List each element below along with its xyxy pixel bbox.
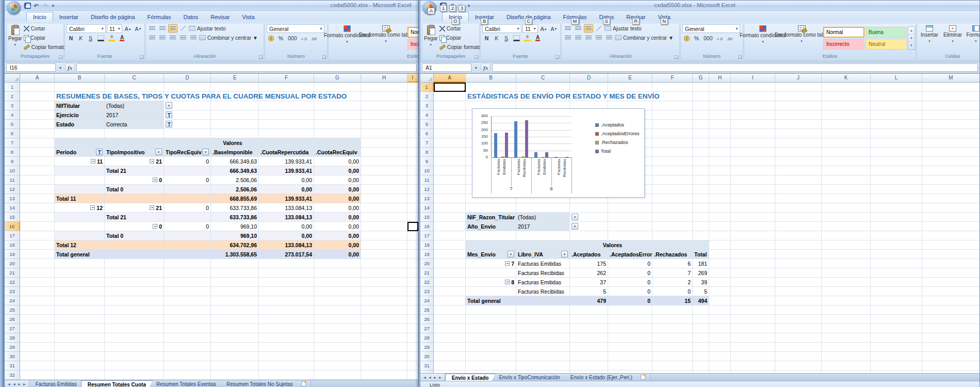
row-header-15[interactable]: 15 — [5, 213, 20, 222]
row-header-3[interactable]: 3 — [420, 101, 434, 110]
cell-I21[interactable] — [407, 268, 418, 278]
cell-B5[interactable]: Estado — [55, 120, 105, 129]
cell-D19[interactable]: .Aceptados — [570, 250, 608, 259]
cell-F19[interactable]: .Rechazados — [652, 250, 693, 259]
row-header-32[interactable]: 32 — [420, 370, 434, 373]
accounting-format-button[interactable]: $ — [682, 34, 691, 42]
cell-D16[interactable] — [570, 222, 608, 231]
cell-C5[interactable]: Correcta — [105, 120, 164, 129]
cell-M1[interactable] — [922, 83, 979, 92]
cell-I3[interactable] — [407, 101, 418, 110]
cell-J3[interactable] — [775, 101, 822, 110]
sheet-nav-first-icon[interactable]: ◄ — [422, 376, 427, 379]
cell-F11[interactable] — [652, 175, 693, 185]
undo-button[interactable]: ↶ — [32, 2, 40, 10]
cell-H26[interactable] — [361, 315, 407, 324]
insert-sheet-button[interactable] — [297, 380, 311, 387]
row-header-25[interactable]: 25 — [5, 305, 20, 315]
cell-A28[interactable] — [20, 333, 55, 343]
orientation-button[interactable] — [594, 24, 603, 33]
cell-E6[interactable] — [211, 129, 259, 138]
cell-H26[interactable] — [709, 315, 731, 324]
cell-C15[interactable]: Total 21 — [105, 213, 164, 222]
cell-H15[interactable] — [361, 213, 407, 222]
cell-F27[interactable] — [259, 324, 314, 333]
grow-font-button[interactable]: A▲ — [123, 25, 133, 33]
cell-G9[interactable]: 0,00 — [314, 157, 361, 166]
cell-E31[interactable] — [211, 361, 259, 370]
cell-M6[interactable] — [922, 129, 979, 138]
cell-C30[interactable] — [105, 352, 164, 361]
decrease-decimal-button[interactable] — [725, 34, 734, 42]
cell-H29[interactable] — [361, 343, 407, 352]
cell-E27[interactable] — [211, 324, 259, 333]
cell-G2[interactable] — [693, 92, 709, 101]
cell-F5[interactable] — [259, 120, 314, 129]
cell-G14[interactable]: 0,00 — [314, 203, 361, 213]
cell-C26[interactable] — [105, 315, 164, 324]
cell-I32[interactable] — [407, 370, 418, 380]
sheet-tab[interactable]: Envío x Estado (Ejer.,Peri.) — [564, 374, 639, 381]
cell-I24[interactable] — [407, 296, 418, 305]
cell-I20[interactable] — [731, 259, 775, 268]
cell-L3[interactable] — [871, 101, 922, 110]
cell-E28[interactable] — [608, 333, 652, 343]
cell-G20[interactable]: 181 — [693, 259, 709, 268]
bold-button[interactable]: N — [482, 34, 491, 42]
cell-J29[interactable] — [775, 343, 822, 352]
cell-F16[interactable] — [652, 222, 693, 231]
column-header-D[interactable]: D — [164, 74, 211, 83]
cell-L1[interactable] — [871, 83, 922, 92]
row-header-29[interactable]: 29 — [5, 343, 20, 352]
cell-E17[interactable] — [608, 231, 652, 240]
cell-H18[interactable] — [709, 240, 731, 250]
cell-J6[interactable] — [775, 129, 822, 138]
cell-C18[interactable] — [105, 240, 164, 250]
align-middle-button[interactable] — [158, 24, 167, 33]
ribbon-tab-dise-o-de-p-gina[interactable]: Diseño de página — [85, 12, 141, 22]
cell-D31[interactable] — [570, 361, 608, 370]
cell-L14[interactable] — [871, 203, 922, 213]
row-header-26[interactable]: 26 — [5, 315, 20, 324]
column-header-C[interactable]: C — [105, 74, 164, 83]
cell-J24[interactable] — [775, 296, 822, 305]
cell-I28[interactable] — [407, 333, 418, 343]
cell-I19[interactable] — [731, 250, 775, 259]
cell-A29[interactable] — [434, 343, 466, 352]
cell-J12[interactable] — [775, 185, 822, 194]
column-header-D[interactable]: D — [570, 74, 608, 83]
cell-A17[interactable] — [20, 231, 55, 240]
cell-F28[interactable] — [259, 333, 314, 343]
cell-L9[interactable] — [871, 157, 922, 166]
row-header-11[interactable]: 11 — [420, 175, 434, 185]
ribbon-tab-dise-o-de-p-gina[interactable]: Diseño de páginaC — [500, 12, 557, 22]
column-header-K[interactable]: K — [822, 74, 871, 83]
cell-I5[interactable] — [407, 120, 418, 129]
cell-I13[interactable] — [407, 194, 418, 203]
cell-E29[interactable] — [211, 343, 259, 352]
cell-L24[interactable] — [871, 296, 922, 305]
cell-J10[interactable] — [775, 166, 822, 175]
cell-A16[interactable] — [434, 222, 466, 231]
cell-J32[interactable] — [775, 370, 822, 373]
cell-I29[interactable] — [407, 343, 418, 352]
cell-J14[interactable] — [775, 203, 822, 213]
align-bottom-button[interactable] — [584, 24, 593, 33]
collapse-icon[interactable] — [153, 178, 157, 182]
cell-G26[interactable] — [693, 315, 709, 324]
cell-C3[interactable]: (Todas) — [105, 101, 164, 110]
cell-D19[interactable] — [164, 250, 211, 259]
row-header-6[interactable]: 6 — [5, 129, 20, 138]
column-header-F[interactable]: F — [652, 74, 693, 83]
column-header-H[interactable]: H — [709, 74, 731, 83]
cell-E27[interactable] — [608, 324, 652, 333]
cell-L27[interactable] — [871, 324, 922, 333]
row-header-7[interactable]: 7 — [420, 138, 434, 148]
cell-C25[interactable] — [516, 305, 570, 315]
cell-H2[interactable] — [709, 92, 731, 101]
cell-H7[interactable] — [361, 138, 407, 148]
cell-J1[interactable] — [775, 83, 822, 92]
cell-B24[interactable] — [55, 296, 105, 305]
cell-I15[interactable] — [731, 213, 775, 222]
cell-I7[interactable] — [407, 138, 418, 148]
